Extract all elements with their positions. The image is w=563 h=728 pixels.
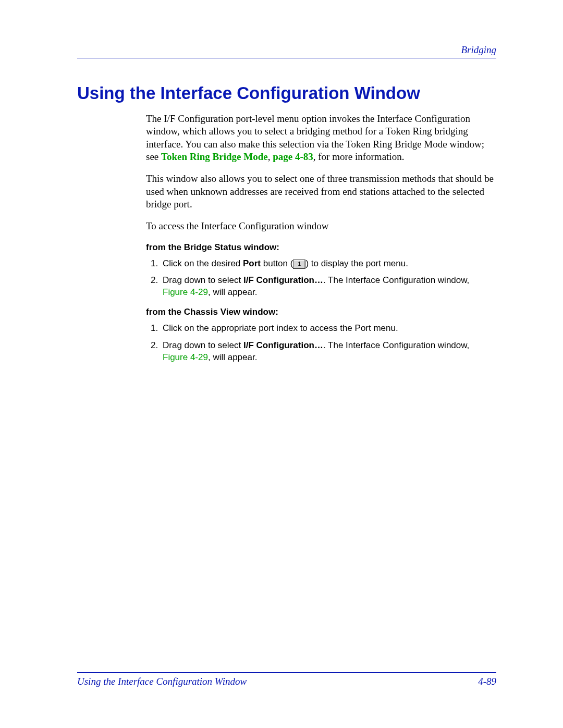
link-figure-4-29[interactable]: Figure 4-29 (163, 287, 208, 297)
page-title: Using the Interface Configuration Window (77, 83, 496, 103)
header-rule (77, 58, 496, 58)
text: , (268, 151, 273, 162)
footer-left: Using the Interface Configuration Window (77, 676, 247, 687)
footer-page-number: 4-89 (478, 676, 496, 687)
intro-para-1: The I/F Configuration port-level menu op… (146, 113, 496, 163)
list-item: Click on the appropriate port index to a… (161, 323, 496, 335)
text: ) to display the port menu. (305, 258, 408, 268)
intro-para-3: To access the Interface Configuration wi… (146, 220, 496, 232)
link-token-ring-bridge-mode[interactable]: Token Ring Bridge Mode (161, 151, 268, 162)
link-figure-4-29[interactable]: Figure 4-29 (163, 352, 208, 362)
link-page-4-83[interactable]: page 4-83 (273, 151, 313, 162)
text: Drag down to select (163, 340, 243, 350)
text-bold: I/F Configuration… (243, 340, 323, 350)
text: , for more information. (313, 151, 405, 162)
text: . The Interface Configuration window, (323, 340, 469, 350)
body-content: The I/F Configuration port-level menu op… (146, 113, 496, 364)
footer-rule (77, 672, 496, 673)
text: . The Interface Configuration window, (323, 275, 469, 285)
text: , will appear. (208, 352, 258, 362)
list-item: Drag down to select I/F Configuration…. … (161, 340, 496, 364)
page-footer: Using the Interface Configuration Window… (77, 672, 496, 687)
text-bold: Port (243, 258, 261, 268)
text: Drag down to select (163, 275, 243, 285)
text-bold: I/F Configuration… (243, 275, 323, 285)
steps-chassis-view: Click on the appropriate port index to a… (146, 323, 496, 364)
text: button ( (261, 258, 293, 268)
text: , will appear. (208, 287, 258, 297)
page-content: Bridging Using the Interface Configurati… (0, 0, 563, 364)
steps-bridge-status: Click on the desired Port button (1) to … (146, 258, 496, 299)
intro-para-2: This window also allows you to select on… (146, 172, 496, 211)
subhead-chassis-view: from the Chassis View window: (146, 307, 496, 317)
list-item: Drag down to select I/F Configuration…. … (161, 275, 496, 299)
text: Click on the desired (163, 258, 243, 268)
subhead-bridge-status: from the Bridge Status window: (146, 242, 496, 253)
header-section-label: Bridging (77, 44, 496, 56)
list-item: Click on the desired Port button (1) to … (161, 258, 496, 270)
port-button-icon: 1 (293, 260, 305, 269)
